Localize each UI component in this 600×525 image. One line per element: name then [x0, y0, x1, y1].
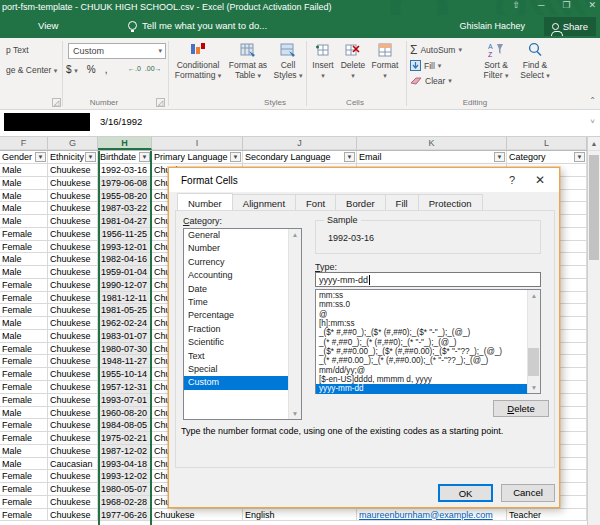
gender-cell[interactable]: Male: [0, 330, 48, 343]
gender-cell[interactable]: Female: [0, 304, 48, 317]
birthdate-cell[interactable]: 1983-01-07: [98, 330, 152, 343]
primary-language-cell[interactable]: Chuukese: [152, 509, 243, 522]
delete-format-button[interactable]: Delete: [493, 400, 549, 417]
format-code-item[interactable]: mm:ss.0: [316, 300, 527, 309]
birthdate-cell[interactable]: 1956-11-25: [98, 228, 152, 241]
name-box-redacted[interactable]: [4, 113, 90, 131]
birthdate-cell[interactable]: 1977-06-26: [98, 509, 152, 522]
ethnicity-cell[interactable]: Chuukese: [48, 509, 98, 522]
gender-cell[interactable]: Female: [0, 432, 48, 445]
format-code-item[interactable]: mm/dd/yy;@: [316, 366, 527, 375]
gender-cell[interactable]: Female: [0, 483, 48, 496]
ethnicity-cell[interactable]: Chuukese: [48, 190, 98, 203]
dialog-close-icon[interactable]: ✕: [535, 173, 545, 187]
gender-cell[interactable]: Male: [0, 164, 48, 177]
ethnicity-cell[interactable]: Chuukese: [48, 292, 98, 305]
birthdate-cell[interactable]: 1981-05-25: [98, 304, 152, 317]
gender-cell[interactable]: Female: [0, 355, 48, 368]
email-link[interactable]: maureenburnham@example.com: [359, 510, 493, 520]
gender-cell[interactable]: Male: [0, 202, 48, 215]
formula-bar-expand-icon[interactable]: ˅: [590, 117, 595, 126]
ethnicity-cell[interactable]: Chuukese: [48, 483, 98, 496]
filter-dropdown-icon[interactable]: ▼: [139, 152, 150, 162]
category-item-scientific[interactable]: Scientific: [184, 336, 288, 349]
category-item-percentage[interactable]: Percentage: [184, 309, 288, 322]
ethnicity-cell[interactable]: Chuukese: [48, 394, 98, 407]
increase-decimal-button[interactable]: ←.0: [128, 65, 141, 72]
column-header-J[interactable]: J: [243, 137, 357, 150]
format-code-item[interactable]: _(* #,##0_);_(* (#,##0);_(* "-"_);_(@_): [316, 338, 527, 347]
birthdate-cell[interactable]: 1993-07-01: [98, 394, 152, 407]
tab-view[interactable]: View: [38, 20, 58, 31]
email-cell[interactable]: maureenburnham@example.com: [357, 509, 507, 522]
gender-cell[interactable]: Male: [0, 190, 48, 203]
codes-list-scrollbar[interactable]: ▲ ▼: [527, 290, 540, 393]
gender-cell[interactable]: Female: [0, 496, 48, 509]
scroll-down-arrow[interactable]: ▼: [289, 410, 301, 417]
category-listbox[interactable]: GeneralNumberCurrencyAccountingDateTimeP…: [183, 228, 302, 420]
format-code-item[interactable]: [h]:mm:ss: [316, 319, 527, 328]
scroll-up-arrow[interactable]: ▲: [289, 231, 301, 238]
category-list-scrollbar[interactable]: ▲ ▼: [288, 229, 301, 419]
insert-cells-button[interactable]: Insert▾: [308, 42, 338, 81]
birthdate-cell[interactable]: 1957-12-31: [98, 381, 152, 394]
column-header-L[interactable]: L: [507, 137, 587, 150]
birthdate-cell[interactable]: 1990-12-07: [98, 279, 152, 292]
gender-cell[interactable]: Female: [0, 419, 48, 432]
birthdate-cell[interactable]: 1992-03-16: [98, 164, 152, 177]
gender-cell[interactable]: Male: [0, 177, 48, 190]
birthdate-cell[interactable]: 1980-05-07: [98, 483, 152, 496]
ethnicity-cell[interactable]: Chuukese: [48, 253, 98, 266]
help-icon[interactable]: ?: [509, 174, 515, 186]
category-item-currency[interactable]: Currency: [184, 256, 288, 269]
birthdate-cell[interactable]: 1980-07-30: [98, 343, 152, 356]
format-codes-listbox[interactable]: mm:ssmm:ss.0@[h]:mm:ss_($* #,##0_);_($* …: [315, 289, 541, 394]
format-code-item[interactable]: [$-en-US]dddd, mmmm d, yyyy: [316, 375, 527, 384]
birthdate-cell[interactable]: 1981-04-27: [98, 215, 152, 228]
category-item-number[interactable]: Number: [184, 242, 288, 255]
accounting-format-button[interactable]: $ ▾: [66, 64, 78, 75]
ethnicity-cell[interactable]: Chuukese: [48, 343, 98, 356]
gender-cell[interactable]: Female: [0, 368, 48, 381]
comma-style-button[interactable]: ,: [105, 64, 108, 75]
category-item-time[interactable]: Time: [184, 296, 288, 309]
ethnicity-cell[interactable]: Chuukese: [48, 496, 98, 509]
birthdate-cell[interactable]: 1979-06-08: [98, 177, 152, 190]
ethnicity-cell[interactable]: Chuukese: [48, 355, 98, 368]
find-select-button[interactable]: Find & Select ▾: [516, 42, 554, 81]
birthdate-cell[interactable]: 1981-12-11: [98, 292, 152, 305]
ethnicity-cell[interactable]: Chuukese: [48, 419, 98, 432]
format-code-item[interactable]: yyyy-mm-dd: [316, 384, 527, 393]
birthdate-cell[interactable]: 1962-02-24: [98, 317, 152, 330]
scrollbar-thumb[interactable]: [589, 155, 599, 260]
filter-dropdown-icon[interactable]: ▼: [574, 152, 585, 162]
close-button[interactable]: ✕: [588, 0, 596, 10]
ok-button[interactable]: OK: [438, 484, 493, 502]
gender-cell[interactable]: Female: [0, 343, 48, 356]
scroll-up-arrow[interactable]: ▲: [528, 292, 540, 299]
format-as-table-button[interactable]: Format as Table ▾: [226, 42, 270, 81]
type-input[interactable]: yyyy-mm-dd: [315, 272, 541, 287]
birthdate-cell[interactable]: 1982-04-16: [98, 253, 152, 266]
ethnicity-cell[interactable]: Chuukese: [48, 432, 98, 445]
percent-style-button[interactable]: %: [87, 64, 96, 75]
account-user-name[interactable]: Ghislain Hachey: [459, 21, 525, 31]
gender-cell[interactable]: Female: [0, 394, 48, 407]
autosum-button[interactable]: Σ AutoSum▾: [410, 43, 462, 57]
cancel-button[interactable]: Cancel: [501, 484, 555, 502]
ethnicity-cell[interactable]: Chuukese: [48, 381, 98, 394]
ethnicity-cell[interactable]: Chuukese: [48, 164, 98, 177]
ethnicity-cell[interactable]: Chuukese: [48, 445, 98, 458]
filter-dropdown-icon[interactable]: ▼: [85, 152, 96, 162]
birthdate-cell[interactable]: 1993-12-01: [98, 241, 152, 254]
ethnicity-cell[interactable]: Chuukese: [48, 177, 98, 190]
birthdate-cell[interactable]: 1968-02-28: [98, 496, 152, 509]
filter-dropdown-icon[interactable]: ▼: [35, 152, 46, 162]
column-header-I[interactable]: I: [152, 137, 243, 150]
cell-styles-button[interactable]: Cell Styles ▾: [270, 42, 306, 81]
category-item-text[interactable]: Text: [184, 350, 288, 363]
conditional-formatting-button[interactable]: Conditional Formatting ▾: [172, 42, 224, 81]
sort-filter-button[interactable]: AZ Sort & Filter ▾: [478, 42, 514, 81]
collapse-ribbon-icon[interactable]: ⌃: [589, 96, 596, 105]
category-cell[interactable]: Teacher: [507, 509, 587, 522]
